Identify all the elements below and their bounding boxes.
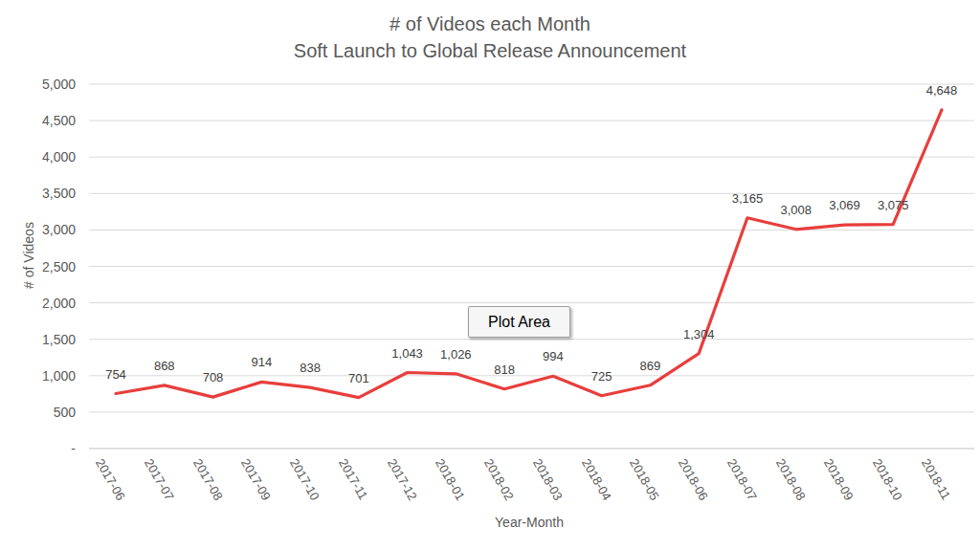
data-label: 3,075 bbox=[878, 197, 909, 211]
data-label: 725 bbox=[591, 368, 612, 383]
data-label: 869 bbox=[640, 358, 661, 372]
y-tick-label: 500 bbox=[0, 405, 76, 420]
data-label: 3,069 bbox=[829, 198, 860, 212]
chart-canvas: # of Videos each Month Soft Launch to Gl… bbox=[0, 0, 980, 549]
data-label: 1,026 bbox=[440, 346, 472, 361]
data-label: 754 bbox=[105, 366, 126, 381]
y-axis-title: # of Videos bbox=[21, 222, 36, 289]
data-label: 914 bbox=[251, 355, 272, 369]
y-tick-label: 2,500 bbox=[0, 259, 76, 274]
data-label: 838 bbox=[300, 361, 321, 375]
y-tick-label: 3,000 bbox=[0, 222, 76, 237]
data-label: 818 bbox=[494, 362, 515, 376]
series-line[interactable] bbox=[116, 110, 942, 398]
y-tick-label: 1,000 bbox=[0, 368, 76, 384]
data-label: 994 bbox=[543, 349, 564, 363]
data-label: 3,165 bbox=[732, 190, 764, 205]
data-label: 701 bbox=[348, 370, 369, 384]
y-tick-label: 4,000 bbox=[0, 149, 76, 165]
y-tick-label: 3,500 bbox=[0, 186, 76, 201]
data-label: 1,043 bbox=[391, 345, 423, 360]
y-tick-label: 2,000 bbox=[0, 296, 76, 311]
y-tick-label: - bbox=[0, 441, 76, 456]
data-label: 3,008 bbox=[780, 202, 812, 216]
y-tick-label: 5,000 bbox=[0, 77, 76, 92]
x-axis-title: Year-Month bbox=[495, 515, 564, 530]
data-label: 708 bbox=[203, 370, 224, 384]
data-label: 4,648 bbox=[926, 82, 958, 97]
plot-area-tooltip: Plot Area bbox=[468, 306, 570, 338]
y-tick-label: 4,500 bbox=[0, 113, 76, 128]
data-label: 1,304 bbox=[683, 326, 715, 340]
data-label: 868 bbox=[154, 358, 175, 372]
y-tick-label: 1,500 bbox=[0, 332, 76, 347]
